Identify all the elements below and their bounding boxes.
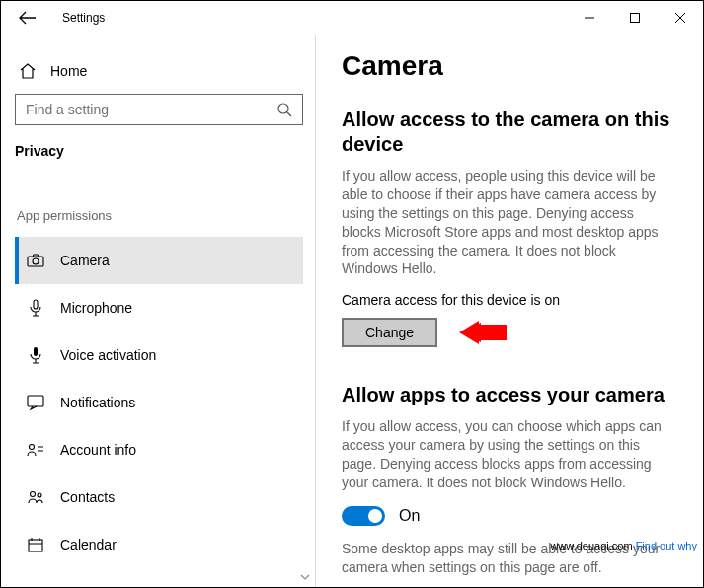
svg-point-3 (33, 258, 39, 264)
sidebar-item-account-info[interactable]: Account info (15, 426, 303, 474)
sidebar-item-label: Microphone (60, 300, 132, 316)
sidebar-item-calendar[interactable]: Calendar (15, 521, 303, 568)
attribution-link[interactable]: Find out why (636, 540, 697, 551)
minimize-button[interactable] (567, 2, 612, 34)
svg-rect-10 (29, 540, 42, 551)
section2-body: If you allow access, you can choose whic… (342, 417, 673, 492)
microphone-icon (27, 299, 44, 317)
search-input[interactable] (26, 102, 276, 117)
calendar-icon (27, 537, 44, 552)
sidebar-item-label: Calendar (60, 537, 117, 552)
title-label: Settings (62, 11, 105, 25)
section2-heading: Allow apps to access your camera (342, 383, 673, 407)
content-area: Camera Allow access to the camera on thi… (316, 35, 703, 587)
svg-rect-4 (34, 300, 38, 309)
attribution-site: www.deuaqi.com (550, 540, 632, 551)
section1-body: If you allow access, people using this d… (342, 167, 673, 278)
sidebar-item-microphone[interactable]: Microphone (15, 284, 303, 331)
home-label: Home (50, 63, 87, 79)
toggle-label: On (399, 507, 420, 525)
camera-icon (27, 254, 44, 267)
scroll-chevron-down-icon[interactable] (299, 571, 311, 583)
sidebar-item-label: Notifications (60, 395, 135, 410)
sidebar-item-label: Account info (60, 442, 136, 458)
maximize-icon (629, 12, 641, 24)
sidebar-item-label: Voice activation (60, 347, 156, 363)
sidebar-item-label: Contacts (60, 489, 115, 505)
apps-access-toggle[interactable] (342, 506, 385, 526)
camera-status: Camera access for this device is on (342, 292, 673, 308)
svg-point-7 (30, 445, 35, 450)
voice-activation-icon (27, 346, 44, 364)
search-icon (276, 102, 292, 117)
back-button[interactable] (19, 8, 39, 28)
contacts-icon (27, 489, 44, 505)
sidebar-item-contacts[interactable]: Contacts (15, 474, 303, 521)
minimize-icon (584, 12, 595, 24)
svg-rect-0 (631, 14, 640, 23)
change-button[interactable]: Change (342, 318, 437, 347)
svg-rect-5 (34, 347, 38, 356)
sidebar-item-voice-activation[interactable]: Voice activation (15, 331, 303, 379)
section1-heading: Allow access to the camera on this devic… (342, 108, 673, 157)
account-info-icon (27, 443, 44, 457)
svg-point-1 (278, 104, 288, 113)
maximize-button[interactable] (612, 2, 658, 34)
close-icon (674, 12, 686, 24)
home-icon (19, 62, 37, 80)
section-header: Privacy (15, 143, 303, 159)
sidebar-item-notifications[interactable]: Notifications (15, 379, 303, 426)
attribution: www.deuaqi.com Find out why (550, 540, 697, 551)
svg-point-9 (38, 493, 41, 497)
page-title: Camera (342, 50, 673, 82)
svg-rect-6 (28, 396, 43, 406)
notifications-icon (27, 395, 44, 410)
back-arrow-icon (19, 11, 37, 25)
group-label: App permissions (17, 208, 303, 223)
sidebar-item-label: Camera (60, 253, 110, 268)
sidebar: Home Privacy App permissions Camera Micr… (1, 35, 315, 587)
close-button[interactable] (658, 2, 703, 34)
sidebar-item-camera[interactable]: Camera (15, 237, 303, 284)
home-link[interactable]: Home (15, 58, 303, 94)
svg-point-8 (31, 492, 36, 497)
titlebar: Settings (1, 1, 703, 35)
annotation-arrow-icon (459, 321, 507, 344)
search-box[interactable] (15, 94, 303, 125)
